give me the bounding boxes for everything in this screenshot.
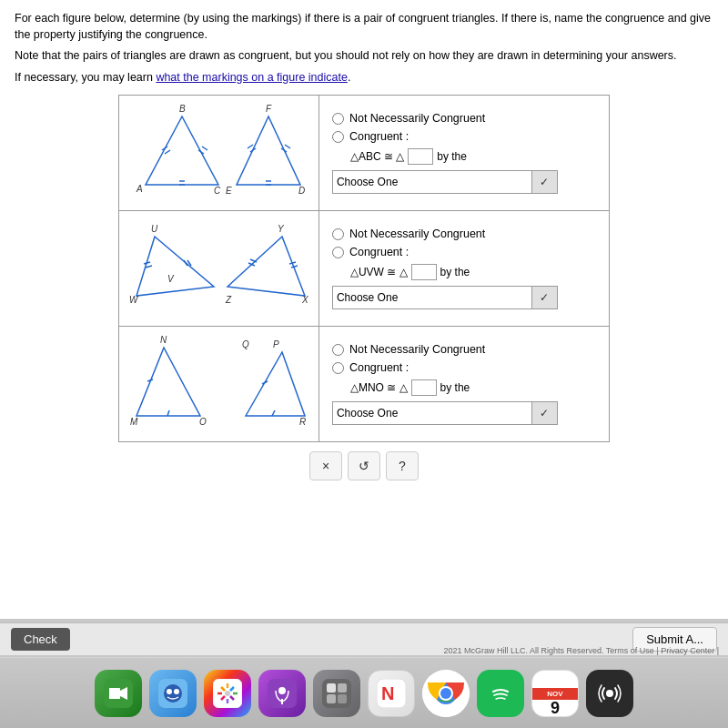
dock-news[interactable]: N	[368, 670, 415, 717]
answer-cell-1: Not Necessarily Congruent Congruent : △A…	[318, 96, 609, 211]
radio-congruent-3[interactable]: Congruent :	[332, 361, 596, 374]
facetime-icon	[104, 679, 133, 708]
not-congruent-label-1: Not Necessarily Congruent	[349, 112, 485, 125]
finder-icon	[158, 679, 187, 708]
svg-line-2	[165, 150, 170, 154]
figure-2-svg: U W V Y Z X	[127, 218, 309, 318]
figure-cell-1: B A C F E D	[119, 96, 319, 211]
choose-select-1[interactable]: Choose One SSS SAS ASA AAS HL	[332, 170, 532, 194]
radio-congruent-input-3[interactable]	[332, 362, 344, 374]
svg-point-60	[440, 688, 451, 699]
figure-1-svg: B A C F E D	[127, 103, 309, 203]
instructions-block: For each figure below, determine (by usi…	[15, 11, 713, 86]
dock-alttab[interactable]	[313, 670, 360, 717]
radio-not-congruent-input-2[interactable]	[332, 228, 344, 240]
triangle-input-2[interactable]	[411, 264, 437, 280]
radio-congruent-input-1[interactable]	[332, 131, 344, 143]
answer-cell-3: Not Necessarily Congruent Congruent : △M…	[318, 327, 609, 442]
svg-marker-7	[237, 116, 300, 185]
dock-facetime[interactable]	[95, 670, 142, 717]
dock-photos[interactable]	[204, 670, 251, 717]
radio-not-congruent-1[interactable]: Not Necessarily Congruent	[332, 112, 596, 125]
figure-cell-2: U W V Y Z X	[119, 211, 319, 327]
by-the-2: by the	[440, 266, 470, 278]
podcasts-icon	[268, 679, 297, 708]
dropdown-wrapper-2: Choose One SSS SAS ASA AAS HL ✓	[332, 286, 596, 309]
dock-spotify[interactable]	[477, 670, 524, 717]
footer-text: 2021 McGraw Hill LLC. All Rights Reserve…	[443, 646, 719, 655]
label-z: Z	[225, 295, 232, 305]
svg-point-36	[174, 689, 179, 694]
action-buttons: × ↺ ?	[15, 451, 713, 480]
svg-line-22	[289, 262, 296, 264]
main-content: For each figure below, determine (by usi…	[0, 0, 728, 619]
triangle-input-3[interactable]	[411, 379, 437, 396]
svg-point-48	[278, 687, 286, 694]
dropdown-wrapper-3: Choose One SSS SAS ASA AAS HL ✓	[332, 401, 596, 425]
instruction-1: For each figure below, determine (by usi…	[15, 11, 713, 43]
markings-link[interactable]: what the markings on a figure indicate	[156, 71, 348, 84]
radio-not-congruent-2[interactable]: Not Necessarily Congruent	[332, 228, 596, 240]
radio-congruent-2[interactable]: Congruent :	[332, 246, 596, 258]
calendar-day: 9	[551, 700, 560, 716]
label-y: Y	[278, 224, 285, 234]
label-f: F	[266, 104, 272, 114]
svg-line-8	[248, 145, 253, 148]
dock-podcasts[interactable]	[258, 670, 306, 717]
congruent-label-3: Congruent :	[349, 361, 409, 374]
label-o: O	[199, 417, 207, 427]
svg-marker-31	[109, 688, 120, 699]
check-button[interactable]: Check	[11, 628, 70, 651]
calendar-month: NOV	[532, 688, 578, 700]
figure-cell-3: N M O Q P R	[119, 327, 319, 442]
svg-text:N: N	[381, 683, 394, 703]
triangle-input-1[interactable]	[408, 148, 433, 165]
radio-congruent-input-2[interactable]	[332, 247, 344, 258]
instruction-3: If necessary, you may learn what the mar…	[15, 70, 713, 86]
svg-line-16	[146, 266, 152, 268]
dropdown-wrapper-1: Choose One SSS SAS ASA AAS HL ✓	[332, 170, 596, 194]
table-row: B A C F E D	[119, 96, 610, 211]
label-r: R	[299, 417, 306, 427]
not-congruent-label-3: Not Necessarily Congruent	[349, 343, 485, 356]
svg-rect-50	[322, 679, 351, 708]
svg-line-25	[147, 379, 153, 381]
svg-point-38	[225, 691, 230, 696]
label-e: E	[226, 186, 232, 196]
answer-cell-2: Not Necessarily Congruent Congruent : △U…	[318, 211, 609, 327]
signal-icon	[595, 679, 624, 708]
problem-table: B A C F E D	[118, 95, 610, 442]
svg-rect-54	[338, 694, 347, 703]
dropdown-arrow-3: ✓	[532, 401, 558, 425]
label-c: C	[214, 186, 221, 196]
photos-icon	[213, 679, 242, 708]
undo-button[interactable]: ↺	[348, 451, 380, 480]
svg-rect-53	[327, 694, 336, 703]
choose-select-2[interactable]: Choose One SSS SAS ASA AAS HL	[332, 286, 532, 309]
chrome-icon	[422, 670, 470, 717]
close-button[interactable]: ×	[309, 451, 342, 480]
radio-not-congruent-input-1[interactable]	[332, 113, 344, 125]
formula-1: △ABC ≅ △	[350, 150, 404, 163]
help-button[interactable]: ?	[386, 451, 419, 480]
radio-not-congruent-3[interactable]: Not Necessarily Congruent	[332, 343, 596, 356]
svg-point-34	[164, 684, 182, 703]
dock-finder[interactable]	[149, 670, 197, 717]
radio-not-congruent-input-3[interactable]	[332, 344, 344, 356]
dock-calendar[interactable]: NOV 9	[531, 670, 579, 717]
congruent-label-2: Congruent :	[349, 246, 409, 258]
label-q: Q	[242, 339, 249, 349]
svg-line-29	[272, 410, 275, 416]
svg-line-23	[291, 266, 298, 268]
label-n: N	[160, 335, 167, 345]
label-b: B	[179, 104, 186, 114]
radio-congruent-1[interactable]: Congruent :	[332, 130, 596, 143]
mac-dock: N NOV 9	[0, 657, 728, 728]
choose-select-3[interactable]: Choose One SSS SAS ASA AAS HL	[332, 401, 532, 425]
svg-line-4	[202, 147, 207, 150]
dock-signal[interactable]	[586, 670, 633, 717]
dropdown-arrow-2: ✓	[532, 286, 558, 309]
congruent-label-1: Congruent :	[349, 130, 409, 143]
not-congruent-label-2: Not Necessarily Congruent	[349, 228, 485, 240]
dock-chrome[interactable]	[422, 670, 470, 717]
